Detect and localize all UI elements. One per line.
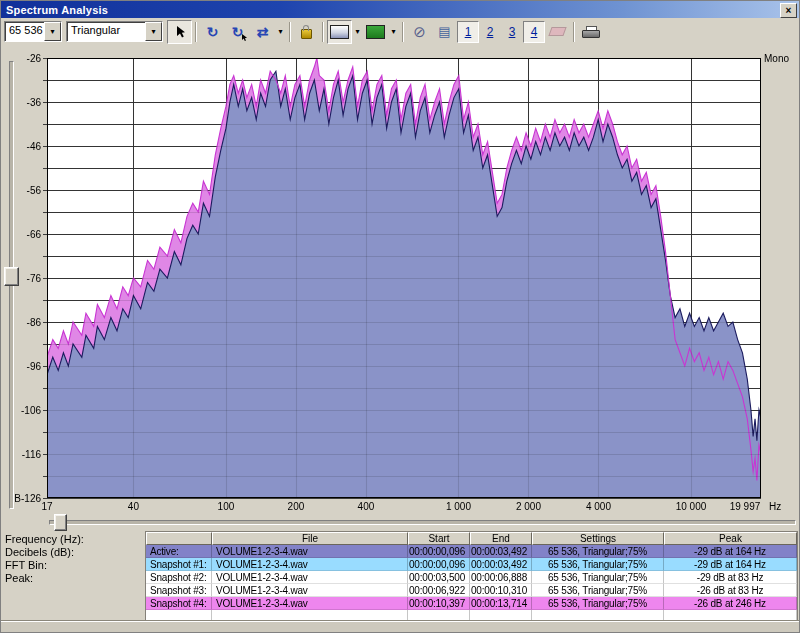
toolbar-separator <box>195 22 197 42</box>
toolbar-separator <box>289 22 291 42</box>
bottom-strip <box>1 620 800 633</box>
fft-size-value: 65 536 <box>5 22 44 41</box>
graph-display-dropdown[interactable]: ▾ <box>352 21 363 43</box>
sonogram-dropdown[interactable]: ▾ <box>388 21 399 43</box>
combo-arrow-icon[interactable]: ▾ <box>145 22 162 41</box>
header-end: End <box>470 532 532 545</box>
normal-display-button[interactable] <box>167 20 192 44</box>
frequency-readout-label: Frequency (Hz): <box>5 533 144 546</box>
chevron-down-icon: ▾ <box>391 27 395 36</box>
print-button[interactable] <box>578 20 603 44</box>
channel-label: Mono <box>764 53 789 64</box>
eraser-icon <box>548 27 566 36</box>
table-row-active[interactable]: Active: VOLUME1-2-3-4.wav 00:00:00,096 0… <box>146 545 797 558</box>
toolbar-separator <box>322 22 324 42</box>
table-row-snapshot-4[interactable]: Snapshot #4: VOLUME1-2-3-4.wav 00:00:10,… <box>146 597 797 610</box>
readout-panel: Frequency (Hz): Decibels (dB): FFT Bin: … <box>1 531 144 621</box>
erase-snapshot-button[interactable] <box>545 20 570 44</box>
header-file: File <box>212 532 408 545</box>
decibels-readout-label: Decibels (dB): <box>5 546 144 559</box>
graph-display-icon <box>330 25 349 39</box>
graph-display-button[interactable] <box>327 20 352 44</box>
close-icon: × <box>785 6 791 16</box>
peak-readout-label: Peak: <box>5 572 144 585</box>
toolbar-separator <box>402 22 404 42</box>
header-peak: Peak <box>664 532 797 545</box>
lock-button[interactable] <box>294 20 319 44</box>
printer-icon <box>582 26 599 38</box>
lock-icon <box>301 29 312 39</box>
spectrum-analysis-window: { "window": { "title": "Spectrum Analysi… <box>0 0 800 633</box>
freq-scroll-track[interactable] <box>49 520 796 525</box>
sync-arrows-icon: ⇄ <box>257 25 269 39</box>
header-settings: Settings <box>532 532 664 545</box>
snapshot-4-button[interactable]: 4 <box>523 21 545 43</box>
chevron-down-icon: ▾ <box>355 27 359 36</box>
cursor-icon <box>173 25 187 39</box>
fft-size-select[interactable]: 65 536 ▾ <box>4 21 62 42</box>
table-row-snapshot-2[interactable]: Snapshot #2: VOLUME1-2-3-4.wav 00:00:03,… <box>146 571 797 584</box>
snapshot-3-button[interactable]: 3 <box>501 21 523 43</box>
snapshot-table: File Start End Settings Peak Active: VOL… <box>145 531 798 623</box>
window-type-value: Triangular <box>67 22 145 41</box>
spectrum-chart: Mono <box>1 45 800 531</box>
title-bar: Spectrum Analysis × <box>1 1 799 18</box>
sync-button[interactable]: ⇄ <box>250 20 275 44</box>
snapshot-1-button[interactable]: 1 <box>457 21 479 43</box>
snapshot-2-button[interactable]: 2 <box>479 21 501 43</box>
spectrum-plot[interactable] <box>1 45 800 531</box>
table-header: File Start End Settings Peak <box>146 532 797 545</box>
chevron-down-icon: ▾ <box>278 27 282 36</box>
sync-dropdown[interactable]: ▾ <box>275 21 286 43</box>
close-button[interactable]: × <box>780 3 797 18</box>
window-title: Spectrum Analysis <box>6 4 108 16</box>
refresh-icon: ↻ <box>207 25 219 39</box>
window-type-select[interactable]: Triangular ▾ <box>66 21 163 42</box>
refresh-button[interactable]: ↻ <box>200 20 225 44</box>
combo-arrow-icon[interactable]: ▾ <box>44 22 61 41</box>
disable-overlay-button[interactable]: ⊘ <box>407 20 432 44</box>
toolbar: 65 536 ▾ Triangular ▾ ↻ ↻ ⇄ ▾ ▾ ▾ ⊘ ▤ <box>1 18 799 45</box>
status-panel: Frequency (Hz): Decibels (dB): FFT Bin: … <box>1 531 800 633</box>
header-start: Start <box>408 532 470 545</box>
table-row-snapshot-3[interactable]: Snapshot #3: VOLUME1-2-3-4.wav 00:00:06,… <box>146 584 797 597</box>
freq-scroll-thumb[interactable] <box>54 514 67 531</box>
header-row-label <box>146 532 212 545</box>
fft-bin-readout-label: FFT Bin: <box>5 559 144 572</box>
sonogram-icon <box>366 25 385 39</box>
mini-cursor-icon <box>241 34 248 42</box>
grid-panel-icon: ▤ <box>438 25 450 38</box>
table-row-snapshot-1[interactable]: Snapshot #1: VOLUME1-2-3-4.wav 00:00:00,… <box>146 558 797 571</box>
snapshot-list-button[interactable]: ▤ <box>432 20 457 44</box>
cancel-circle-icon: ⊘ <box>413 24 426 39</box>
toolbar-separator <box>573 22 575 42</box>
sonogram-display-button[interactable] <box>363 20 388 44</box>
db-zoom-slider-thumb[interactable] <box>4 267 19 286</box>
auto-refresh-button[interactable]: ↻ <box>225 20 250 44</box>
